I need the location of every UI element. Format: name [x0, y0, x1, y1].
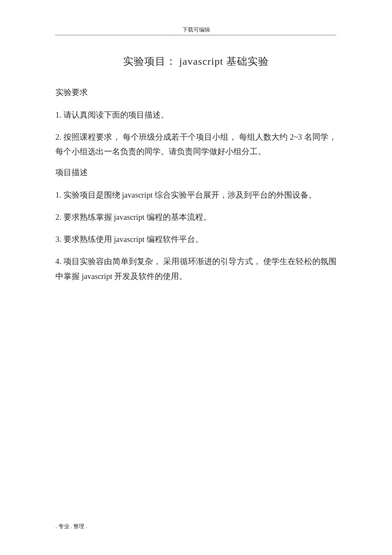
page-header: 下载可编辑 [55, 26, 337, 36]
section-description: 项目描述 1. 实验项目是围绕 javascript 综合实验平台展开，涉及到平… [55, 167, 337, 284]
document-page: 下载可编辑 实验项目： javascript 基础实验 实验要求 1. 请认真阅… [0, 0, 392, 284]
header-label: 下载可编辑 [182, 26, 210, 33]
page-footer: . 专业 . 整理 . [55, 523, 87, 530]
header-divider [55, 35, 337, 36]
document-title: 实验项目： javascript 基础实验 [55, 55, 337, 68]
paragraph: 4. 项目实验容由简单到复杂， 采用循环渐进的引导方式， 使学生在轻松的氛围中掌… [55, 254, 337, 283]
paragraph: 1. 实验项目是围绕 javascript 综合实验平台展开，涉及到平台的外围设… [55, 188, 337, 202]
section-requirements: 实验要求 1. 请认真阅读下面的项目描述。 2. 按照课程要求， 每个班级分成若… [55, 87, 337, 159]
paragraph: 2. 按照课程要求， 每个班级分成若干个项目小组， 每组人数大约 2~3 名同学… [55, 130, 337, 159]
paragraph: 3. 要求熟练使用 javascript 编程软件平台。 [55, 232, 337, 247]
paragraph: 2. 要求熟练掌握 javascript 编程的基本流程。 [55, 210, 337, 224]
paragraph: 1. 请认真阅读下面的项目描述。 [55, 108, 337, 122]
section-heading: 实验要求 [55, 87, 337, 98]
section-heading: 项目描述 [55, 167, 337, 178]
